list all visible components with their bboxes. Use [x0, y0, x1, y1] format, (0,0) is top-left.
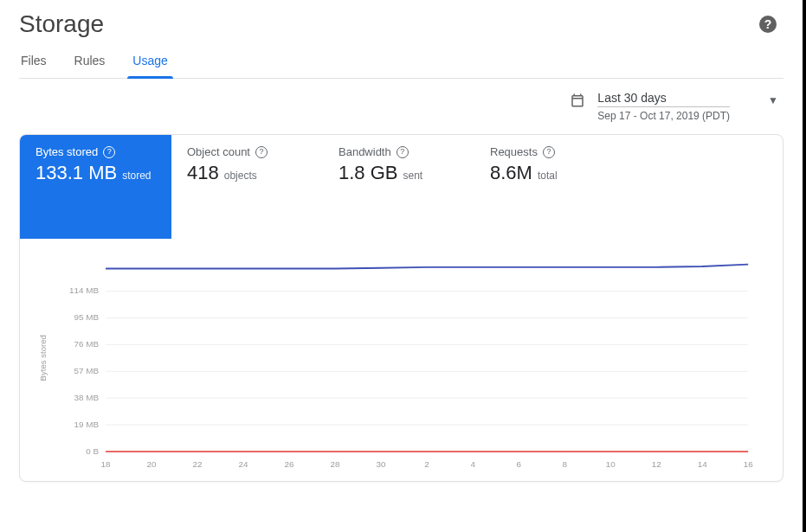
svg-text:8: 8	[562, 459, 567, 469]
metric-bytes-stored[interactable]: Bytes stored ? 133.1 MB stored	[20, 135, 171, 239]
date-range-value: Sep 17 - Oct 17, 2019 (PDT)	[597, 106, 730, 122]
svg-text:28: 28	[331, 459, 340, 469]
svg-text:18: 18	[101, 459, 111, 469]
metric-title-label: Bytes stored	[35, 145, 98, 158]
svg-text:12: 12	[652, 459, 661, 469]
metric-object-count[interactable]: Object count ? 418 objects	[171, 135, 323, 239]
svg-text:95 MB: 95 MB	[74, 312, 100, 322]
usage-chart: 0 B19 MB38 MB57 MB76 MB95 MB114 MBBytes …	[20, 239, 783, 481]
svg-text:6: 6	[516, 459, 521, 469]
svg-text:16: 16	[744, 459, 753, 469]
tab-rules[interactable]: Rules	[73, 54, 107, 78]
svg-text:0 B: 0 B	[86, 446, 99, 456]
date-range-label: Last 30 days	[597, 91, 730, 105]
info-icon[interactable]: ?	[255, 146, 268, 158]
tab-usage[interactable]: Usage	[131, 54, 169, 78]
date-range-picker[interactable]: Last 30 days Sep 17 - Oct 17, 2019 (PDT)…	[570, 91, 778, 122]
usage-card: Bytes stored ? 133.1 MB stored Object co…	[19, 134, 783, 482]
svg-text:24: 24	[239, 459, 249, 469]
metric-suffix: objects	[224, 170, 257, 182]
info-icon[interactable]: ?	[397, 146, 409, 158]
tab-files[interactable]: Files	[19, 54, 48, 78]
metric-value: 1.8 GB	[339, 162, 397, 184]
metric-title-label: Object count	[187, 145, 250, 158]
svg-text:38 MB: 38 MB	[74, 393, 100, 402]
metric-title-label: Requests	[490, 145, 538, 158]
metrics-row: Bytes stored ? 133.1 MB stored Object co…	[20, 135, 783, 239]
calendar-icon	[570, 93, 585, 108]
tabs-bar: Files Rules Usage	[19, 54, 783, 79]
metric-value: 8.6M	[490, 162, 532, 184]
metric-value: 418	[187, 162, 219, 184]
svg-text:57 MB: 57 MB	[74, 366, 100, 375]
metric-suffix: sent	[403, 170, 422, 182]
svg-text:20: 20	[147, 459, 158, 469]
help-icon[interactable]: ?	[759, 16, 777, 33]
svg-text:114 MB: 114 MB	[69, 286, 99, 296]
chevron-down-icon: ▼	[768, 94, 778, 106]
metric-suffix: total	[538, 170, 558, 182]
svg-text:30: 30	[377, 459, 387, 469]
metric-bandwidth[interactable]: Bandwidth ? 1.8 GB sent	[323, 135, 474, 239]
svg-text:22: 22	[193, 459, 203, 469]
metric-value: 133.1 MB	[35, 162, 117, 184]
svg-text:2: 2	[424, 459, 429, 469]
metric-suffix: stored	[122, 170, 151, 182]
svg-text:Bytes stored: Bytes stored	[38, 335, 48, 381]
metric-requests[interactable]: Requests ? 8.6M total	[474, 135, 626, 239]
page-title: Storage	[19, 10, 104, 38]
svg-text:76 MB: 76 MB	[74, 339, 100, 349]
svg-text:26: 26	[285, 459, 294, 469]
svg-text:10: 10	[606, 459, 616, 469]
svg-text:4: 4	[470, 459, 475, 469]
svg-text:14: 14	[698, 459, 708, 469]
info-icon[interactable]: ?	[103, 146, 115, 158]
info-icon[interactable]: ?	[543, 146, 555, 158]
metric-title-label: Bandwidth	[339, 145, 391, 158]
svg-text:19 MB: 19 MB	[74, 420, 100, 429]
